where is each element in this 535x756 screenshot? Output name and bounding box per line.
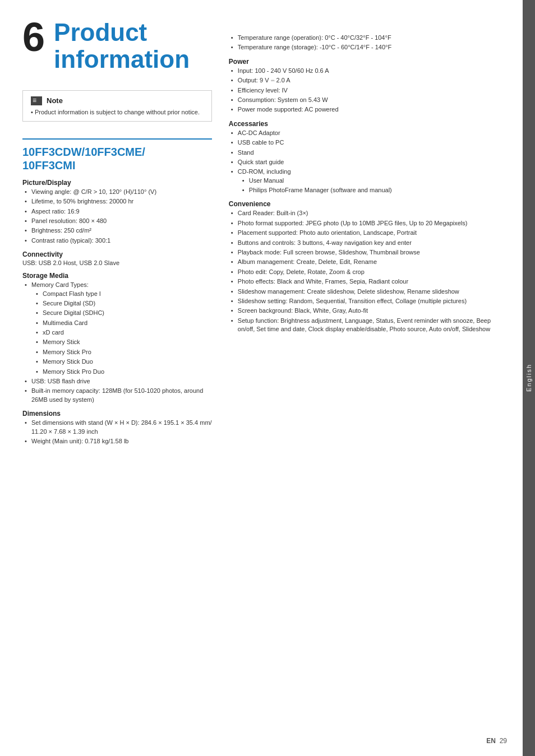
dimensions-title: Dimensions: [22, 410, 212, 418]
list-item: Placement supported: Photo auto orientat…: [229, 229, 500, 237]
list-item: Memory Stick Pro: [31, 348, 212, 356]
list-item: Memory Card Types: Compact Flash type I …: [22, 281, 212, 376]
list-item: Setup function: Brightness adjustment, L…: [229, 317, 500, 334]
chapter-heading: 6 Product information: [22, 17, 212, 73]
list-item: Card Reader: Built-in (3×): [229, 209, 500, 217]
list-item: User Manual: [238, 177, 500, 185]
list-item: Lifetime, to 50% brightness: 20000 hr: [22, 197, 212, 206]
list-item: Temperature range (storage): -10°C - 60°…: [229, 43, 500, 52]
note-header: Note: [31, 96, 204, 105]
list-item: Efficiency level: IV: [229, 86, 500, 95]
temperature-list: Temperature range (operation): 0°C - 40°…: [229, 34, 500, 52]
list-item: Philips PhotoFrame Manager (software and…: [238, 186, 500, 194]
model-title: 10FF3CDW/10FF3CME/10FF3CMI: [22, 145, 212, 172]
footer: EN 29: [486, 737, 507, 745]
side-tab: English: [523, 0, 535, 756]
list-item: Slideshow setting: Random, Sequential, T…: [229, 297, 500, 305]
power-list: Input: 100 - 240 V 50/60 Hz 0.6 A Output…: [229, 67, 500, 114]
note-text: • Product information is subject to chan…: [31, 109, 204, 115]
chapter-title: Product information: [22, 17, 212, 73]
list-item: Playback mode: Full screen browse, Slide…: [229, 248, 500, 257]
list-item: Stand: [229, 149, 500, 157]
list-item: Secure Digital (SDHC): [31, 309, 212, 317]
list-item: Photo effects: Black and White, Frames, …: [229, 277, 500, 286]
convenience-list: Card Reader: Built-in (3×) Photo format …: [229, 209, 500, 333]
storage-media-title: Storage Media: [22, 272, 212, 280]
note-box: Note • Product information is subject to…: [22, 90, 212, 122]
list-item: Panel resolution: 800 × 480: [22, 217, 212, 225]
convenience-title: Convenience: [229, 200, 500, 208]
list-item: Buttons and controls: 3 buttons, 4-way n…: [229, 239, 500, 247]
list-item: Album management: Create, Delete, Edit, …: [229, 258, 500, 266]
list-item: Input: 100 - 240 V 50/60 Hz 0.6 A: [229, 67, 500, 75]
list-item: Memory Stick Pro Duo: [31, 368, 212, 376]
list-item: Photo format supported: JPEG photo (Up t…: [229, 219, 500, 228]
list-item: Weight (Main unit): 0.718 kg/1.58 lb: [22, 437, 212, 446]
connectivity-title: Connectivity: [22, 251, 212, 258]
list-item: Viewing angle: @ C/R > 10, 120° (H)/110°…: [22, 188, 212, 196]
list-item: USB cable to PC: [229, 138, 500, 147]
accessories-list: AC-DC Adaptor USB cable to PC Stand Quic…: [229, 129, 500, 195]
connectivity-text: USB: USB 2.0 Host, USB 2.0 Slave: [22, 259, 212, 266]
list-item: USB: USB flash drive: [22, 377, 212, 386]
list-item: Multimedia Card: [31, 319, 212, 327]
list-item: Secure Digital (SD): [31, 299, 212, 308]
power-title: Power: [229, 58, 500, 66]
list-item: Compact Flash type I: [31, 290, 212, 298]
model-section: 10FF3CDW/10FF3CME/10FF3CMI Picture/Displ…: [22, 138, 212, 446]
list-item: Contrast ratio (typical): 300:1: [22, 236, 212, 245]
chapter-number: 6: [22, 17, 45, 57]
list-item: Set dimensions with stand (W × H × D): 2…: [22, 419, 212, 436]
list-item: Built-in memory capacity: 128MB (for 510…: [22, 387, 212, 404]
list-item: Quick start guide: [229, 158, 500, 166]
list-item: Memory Stick Duo: [31, 358, 212, 366]
picture-display-title: Picture/Display: [22, 179, 212, 187]
list-item: CD-ROM, including User Manual Philips Ph…: [229, 168, 500, 194]
storage-media-list: Memory Card Types: Compact Flash type I …: [22, 281, 212, 404]
note-icon: [31, 96, 42, 105]
list-item: Slideshow management: Create slideshow, …: [229, 287, 500, 296]
list-item: AC-DC Adaptor: [229, 129, 500, 137]
list-item: Photo edit: Copy, Delete, Rotate, Zoom &…: [229, 268, 500, 276]
list-item: Screen background: Black, White, Gray, A…: [229, 307, 500, 315]
list-item: Aspect ratio: 16:9: [22, 207, 212, 216]
list-item: Consumption: System on 5.43 W: [229, 96, 500, 104]
list-item: Brightness: 250 cd/m²: [22, 226, 212, 235]
footer-label: EN: [486, 737, 496, 745]
list-item: Power mode supported: AC powered: [229, 105, 500, 114]
side-tab-label: English: [525, 364, 532, 392]
footer-page: 29: [500, 737, 507, 745]
list-item: Memory Stick: [31, 338, 212, 346]
accessories-title: Accessaries: [229, 120, 500, 128]
list-item: Output: 9 V ⎓ 2.0 A: [229, 76, 500, 85]
dimensions-list: Set dimensions with stand (W × H × D): 2…: [22, 419, 212, 446]
picture-display-list: Viewing angle: @ C/R > 10, 120° (H)/110°…: [22, 188, 212, 245]
list-item: Temperature range (operation): 0°C - 40°…: [229, 34, 500, 42]
list-item: xD card: [31, 328, 212, 337]
